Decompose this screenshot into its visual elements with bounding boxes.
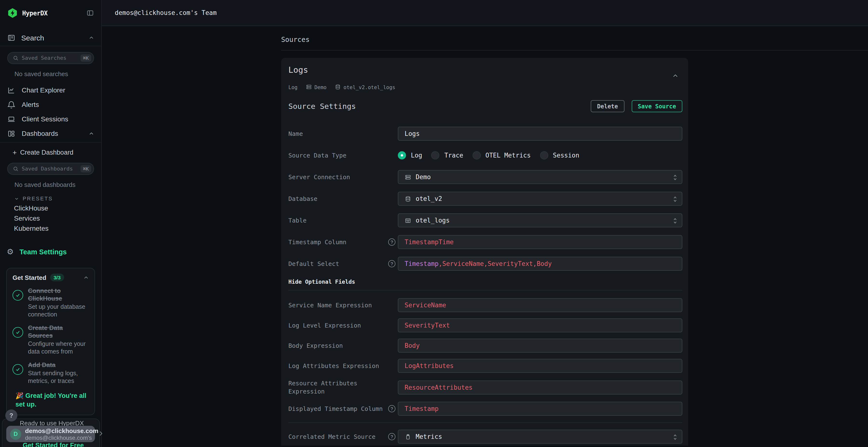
saved-searches-input[interactable]: Saved Searches ⌘K [7,52,94,64]
preset-label: Services [14,214,40,222]
radio-session[interactable]: Session [540,151,579,160]
select-chevrons-icon [673,217,678,225]
get-started-card: Get Started 3/3 Connect to ClickHouse Se… [6,268,95,415]
app-window: HyperDX Search [0,0,868,447]
hide-optional-fields-toggle[interactable]: Hide Optional Fields [288,278,682,285]
field-label: Resource Attributes Expression [288,379,388,396]
get-started-step-sources[interactable]: Create Data Sources Configure where your… [12,324,89,355]
field-label: Name [288,130,388,138]
select-value: Demo [416,173,431,181]
saved-dashboards-input[interactable]: Saved Dashboards ⌘K [7,163,94,175]
server-connection-select[interactable]: Demo [398,170,682,184]
resource-attributes-expression-input[interactable]: ResourceAttributes [398,380,682,394]
laptop-icon [7,115,16,123]
get-started-free-link[interactable]: Get Started for Free [23,442,84,447]
create-dashboard-button[interactable]: + Create Dashboard [0,145,101,160]
delete-button[interactable]: Delete [591,100,624,112]
correlated-metric-source-select[interactable]: Metrics [398,429,682,444]
divider [0,142,101,143]
brand-name: HyperDX [22,9,82,16]
radio-otel-metrics[interactable]: OTEL Metrics [472,151,531,160]
preset-item-kubernetes[interactable]: Kubernetes [0,223,101,233]
name-input[interactable]: Logs [398,127,682,141]
sidebar-item-client-sessions[interactable]: Client Sessions [0,112,101,126]
get-started-step-connect[interactable]: Connect to ClickHouse Set up your databa… [12,287,89,318]
field-label: Default Select [288,260,388,268]
field-name: Name Logs [288,127,682,141]
radio-selected-icon [398,151,406,160]
tag-log: Log [288,84,298,90]
database-select[interactable]: otel_v2 [398,192,682,206]
presets-toggle[interactable]: PRESETS [14,194,101,203]
preset-item-clickhouse[interactable]: ClickHouse [0,203,101,213]
help-button[interactable]: ? [5,409,18,421]
server-icon [306,84,312,90]
source-tags: Log Demo [288,84,682,90]
get-started-step-add-data[interactable]: Add Data Start sending logs, metrics, or… [12,361,89,385]
chevron-down-icon [14,196,19,201]
timestamp-column-input[interactable]: TimestampTime [398,235,682,249]
chevron-right-icon[interactable] [97,429,104,438]
help-icon[interactable]: ? [388,433,396,440]
main-area: Sources Logs Log [102,26,868,447]
code-value: LogAttributes [405,362,454,370]
field-label: Service Name Expression [288,301,388,309]
table-select[interactable]: otel_logs [398,213,682,227]
tag-label: Log [288,84,298,90]
source-settings-form: Name Logs Source Data Type [288,127,682,447]
help-icon[interactable]: ? [388,238,396,246]
service-name-expression-input[interactable]: ServiceName [398,298,682,312]
create-dashboard-label: Create Dashboard [20,148,73,156]
field-resource-attributes-expression: Resource Attributes Expression ResourceA… [288,379,682,396]
select-value: otel_logs [416,217,450,224]
sidebar-item-team-settings[interactable]: ⚙ Team Settings [0,245,101,259]
sidebar-item-alerts[interactable]: Alerts [0,97,101,112]
field-log-level-expression: Log Level Expression SeverityText [288,318,682,332]
save-source-button[interactable]: Save Source [631,100,682,112]
step-title: Create Data Sources [28,324,89,340]
source-card-logs: Logs Log [281,58,688,446]
field-label: Timestamp Column [288,238,388,246]
tag-connection: Demo [306,84,327,90]
body-expression-input[interactable]: Body [398,339,682,353]
chevron-up-icon[interactable] [672,73,679,79]
displayed-timestamp-column-input[interactable]: Timestamp [398,402,682,416]
name-value: Logs [405,130,420,137]
radio-label: Session [553,152,579,159]
select-value: otel_v2 [416,195,442,202]
avatar: D [10,428,21,440]
source-data-type-radios: Log Trace OTEL Metrics [398,151,682,160]
gear-icon: ⚙ [7,248,14,256]
field-log-attributes-expression: Log Attributes Expression LogAttributes [288,359,682,373]
chevron-up-icon[interactable] [89,131,94,136]
preset-label: ClickHouse [14,204,48,212]
check-circle-icon [12,327,23,338]
radio-trace[interactable]: Trace [431,151,463,160]
sidebar-item-dashboards[interactable]: Dashboards [0,126,101,141]
collapse-sidebar-icon[interactable] [86,9,94,17]
chevron-up-icon[interactable] [89,35,94,40]
help-icon[interactable]: ? [388,260,396,267]
log-attributes-expression-input[interactable]: LogAttributes [398,359,682,373]
default-select-input[interactable]: Timestamp,ServiceName,SeverityText,Body [398,257,682,271]
code-value: ServiceName [405,302,446,309]
tag-label: otel_v2.otel_logs [344,84,396,90]
help-icon[interactable]: ? [388,405,396,412]
page-title: Sources [281,36,868,43]
chevron-up-icon[interactable] [84,275,89,280]
sidebar-item-search[interactable]: Search [0,31,101,44]
search-section-label: Search [21,33,44,42]
radio-log[interactable]: Log [398,151,422,160]
sidebar-item-chart-explorer[interactable]: Chart Explorer [0,83,101,97]
shortcut-badge: ⌘K [81,165,91,172]
preset-item-services[interactable]: Services [0,213,101,223]
log-level-expression-input[interactable]: SeverityText [398,318,682,332]
shortcut-badge: ⌘K [81,55,91,62]
server-icon [405,174,411,180]
user-menu-item[interactable]: D demos@clickhouse.com demos@clickhouse.… [6,426,95,442]
radio-icon [472,151,480,160]
database-icon [335,84,341,90]
field-body-expression: Body Expression Body [288,339,682,353]
step-desc: Start sending logs, metrics, or traces [28,370,89,385]
field-label: Log Attributes Expression [288,362,388,370]
